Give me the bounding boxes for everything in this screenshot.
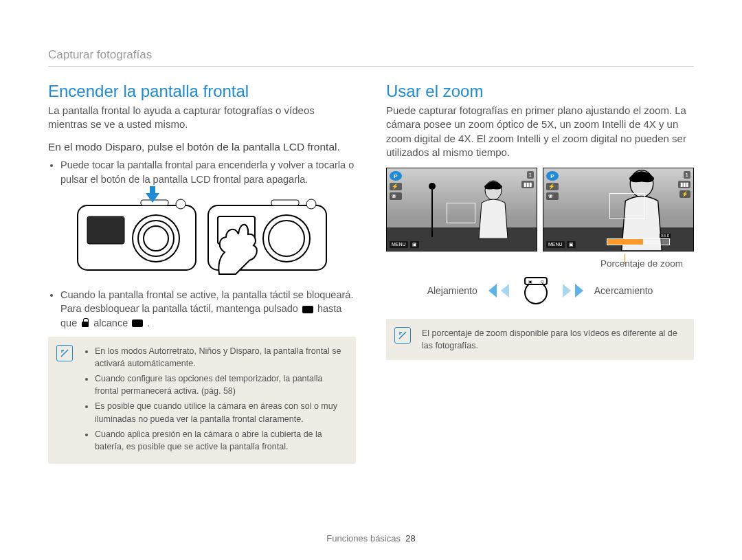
menu-label: MENU [390,241,408,248]
lead-zoom: Puede capturar fotografías en primer pla… [386,104,694,159]
lead-front-display: La pantalla frontal lo ayuda a capturar … [48,104,356,132]
hud-flash-icon: ⚡ [390,183,402,190]
svg-point-12 [306,199,316,209]
zoom-tag: X4.0 [660,234,671,238]
arrow-down-icon [146,186,159,203]
hud-left: P ⚡ ❀ [546,171,559,200]
note-item-4: Cuando aplica presión en la cámara o abr… [95,428,346,453]
breadcrumb: Capturar fotografías [48,48,694,67]
hud-menu: MENU ▣ [546,241,576,248]
zoom-controls-row: Alejamiento ▣ Q Acerca [386,275,694,306]
camera-illustration-1 [75,193,199,276]
svg-rect-11 [271,200,299,205]
zoom-in-arrows-icon [561,282,585,299]
person-figure [471,179,516,238]
bullet-list-front: Puede tocar la pantalla frontal para enc… [48,158,356,186]
touch-hold-icon [302,306,313,313]
note-item-2: Cuando configure las opciones del tempor… [95,372,346,397]
svg-rect-1 [87,216,124,244]
zoom-callout: Porcentaje de zoom [386,254,694,269]
note-item-3: Es posible que cuando utilice la cámara … [95,400,346,425]
hud-right: 1 ▮▮▮ [521,171,534,188]
bullet-list-lock: Cuando la pantalla frontal se active, la… [48,288,356,330]
footer-section: Funciones básicas [326,533,401,544]
mode-p-badge: P [546,171,559,181]
screen-zoom-tele: P ⚡ ❀ 1 ▮▮▮ ⚡ MENU ▣ X4.0 [543,168,694,251]
camera-illustration-row [48,193,356,276]
note-icon [394,327,411,344]
zoom-out-arrows-icon [487,282,510,299]
zoom-bar: X4.0 [607,238,670,245]
lock-icon [81,320,89,328]
note-box-front: En los modos Autorretrato, Niños y Dispa… [48,337,356,464]
svg-point-14 [429,183,436,190]
svg-text:▣: ▣ [528,280,532,284]
text-lock-d: . [147,317,150,328]
note-zoom-text: El porcentaje de zoom disponible para lo… [422,327,684,352]
hud-macro-icon: ❀ [546,192,559,200]
svg-rect-13 [431,188,433,237]
instruction-front-display: En el modo Disparo, pulse el botón de la… [48,140,356,155]
page-footer: Funciones básicas 28 [0,533,742,544]
af-frame [447,203,475,223]
hud-count: 1 [527,171,534,179]
hud-left: P ⚡ ❀ [390,171,402,200]
zoom-out-label: Alejamiento [427,285,477,296]
zoom-dial-icon: ▣ Q [520,275,552,306]
zoom-percent-label: Porcentaje de zoom [600,258,683,269]
column-left: Encender la pantalla frontal La pantalla… [48,82,356,464]
camera-illustration-2-touch [205,193,329,276]
bullet-front-1: Puede tocar la pantalla frontal para enc… [60,158,356,186]
svg-text:Q: Q [541,280,544,284]
section-title-front-display: Encender la pantalla frontal [48,82,356,101]
hud-flash-icon: ⚡ [546,183,559,190]
note-box-zoom: El porcentaje de zoom disponible para lo… [386,319,694,360]
note-item-1: En los modos Autorretrato, Niños y Dispa… [95,345,346,370]
section-title-zoom: Usar el zoom [386,82,694,101]
column-right: Usar el zoom Puede capturar fotografías … [386,82,694,464]
screen-zoom-wide: P ⚡ ❀ 1 ▮▮▮ MENU ▣ [386,168,537,251]
manual-page: Capturar fotografías Encender la pantall… [0,0,742,560]
menu-label: MENU [546,241,565,248]
hud-gallery-icon: ▣ [567,241,576,248]
zoom-screenshots: P ⚡ ❀ 1 ▮▮▮ MENU ▣ [386,168,694,251]
note-icon [56,345,73,361]
hud-flash-small-icon: ⚡ [679,190,690,198]
lamp-post-icon [428,182,436,237]
hud-battery-icon: ▮▮▮ [521,181,534,188]
zoom-in-label: Acercamiento [594,285,653,296]
hud-menu: MENU ▣ [390,241,419,248]
bullet-lock: Cuando la pantalla frontal se active, la… [60,288,356,330]
hud-battery-icon: ▮▮▮ [678,181,690,188]
svg-point-10 [269,221,304,256]
svg-point-6 [176,199,186,209]
hud-right: 1 ▮▮▮ ⚡ [678,171,690,198]
mode-p-badge: P [390,171,402,181]
text-lock-c: alcance [93,317,131,328]
hud-gallery-icon: ▣ [410,241,419,248]
hud-count: 1 [684,171,690,179]
two-column-layout: Encender la pantalla frontal La pantalla… [48,82,694,464]
touch-target-icon [132,320,143,327]
hud-macro-icon: ❀ [390,192,402,200]
footer-page-number: 28 [405,533,415,544]
af-frame [609,193,645,219]
svg-point-4 [144,226,168,251]
